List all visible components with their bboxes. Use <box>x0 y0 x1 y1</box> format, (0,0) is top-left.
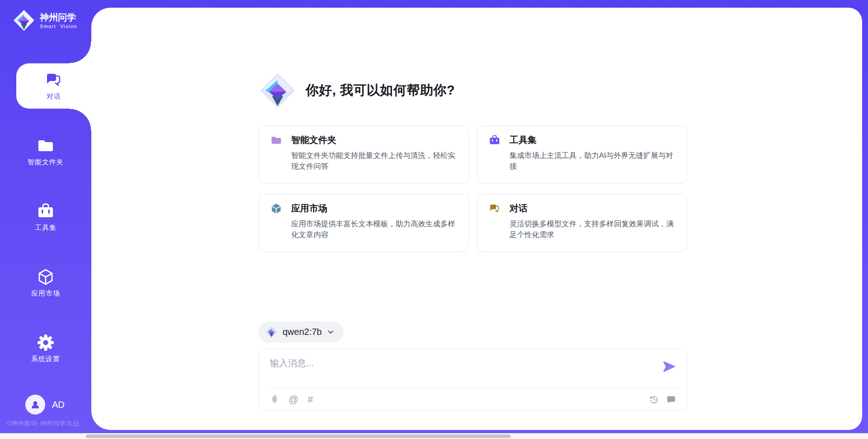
sidebar-item-label: 对话 <box>47 92 61 101</box>
user-initials: AD <box>52 400 65 410</box>
card-head: 应用市场 <box>270 202 458 215</box>
mention-button[interactable]: @ <box>288 395 298 404</box>
feature-card-app-market[interactable]: 应用市场 应用市场提供丰富长文本模板，助力高效生成多样化文章内容 <box>259 194 469 252</box>
briefcase-icon <box>37 202 55 220</box>
composer-toolbar: @ # <box>259 388 687 411</box>
feedback-button[interactable] <box>666 395 676 404</box>
avatar <box>25 395 45 415</box>
feature-cards: 智能文件夹 智能文件夹功能支持批量文件上传与清洗，轻松实现文件问答 工具集 集成… <box>259 126 687 252</box>
card-description: 智能文件夹功能支持批量文件上传与清洗，轻松实现文件问答 <box>291 150 459 172</box>
app-window: 你好, 我可以如何帮助你? 智能文件夹 智能文件夹功能支持批量文件上传与清洗，轻… <box>0 0 868 439</box>
history-button[interactable] <box>649 395 659 404</box>
card-description: 灵活切换多模型文件，支持多样回复效果调试，满足个性化需求 <box>509 218 678 240</box>
composer: @ # <box>259 348 687 411</box>
mention-icon: @ <box>288 395 298 404</box>
sidebar-item-label: 智能文件夹 <box>28 158 64 167</box>
card-description: 集成市场上主流工具，助力AI与外界无缝扩展与对接 <box>509 150 678 172</box>
composer-right-tools <box>649 395 676 404</box>
card-title: 应用市场 <box>291 202 327 215</box>
main-panel: 你好, 我可以如何帮助你? 智能文件夹 智能文件夹功能支持批量文件上传与清洗，轻… <box>91 8 862 430</box>
briefcase-icon <box>489 134 500 146</box>
feature-card-toolset[interactable]: 工具集 集成市场上主流工具，助力AI与外界无缝扩展与对接 <box>477 126 687 183</box>
diamond-logo-icon <box>259 72 297 110</box>
message-input[interactable] <box>269 356 655 382</box>
sidebar-item-label: 工具集 <box>35 224 57 232</box>
sidebar-item-settings[interactable]: 系统设置 <box>0 326 91 371</box>
diamond-logo-icon <box>265 326 278 338</box>
sidebar-item-label: 系统设置 <box>31 355 60 363</box>
sidebar-item-label: 应用市场 <box>31 289 60 298</box>
history-icon <box>649 395 659 404</box>
sidebar-item-smart-folder[interactable]: 智能文件夹 <box>0 129 91 174</box>
chevron-down-icon <box>327 328 335 336</box>
card-description: 应用市场提供丰富长文本模板，助力高效生成多样化文章内容 <box>291 218 459 240</box>
feature-card-smart-folder[interactable]: 智能文件夹 智能文件夹功能支持批量文件上传与清洗，轻松实现文件问答 <box>259 126 469 183</box>
horizontal-scrollbar[interactable] <box>0 433 868 439</box>
card-title: 工具集 <box>509 134 537 146</box>
hashtag-button[interactable]: # <box>307 395 313 404</box>
sidebar-nav: 对话 智能文件夹 工具集 <box>0 63 91 391</box>
brand-text: 神州问学 Smart Vision <box>40 12 77 29</box>
folder-icon <box>37 137 55 155</box>
card-head: 对话 <box>489 202 676 215</box>
sidebar: 神州问学 Smart Vision 对话 智能文件夹 <box>0 0 91 434</box>
person-icon <box>29 399 41 410</box>
chat-bubble-icon <box>666 395 676 404</box>
send-button[interactable] <box>662 360 676 373</box>
brand-name: 神州问学 <box>40 12 77 23</box>
brand-subtitle: Smart Vision <box>40 24 77 29</box>
sidebar-item-chat[interactable]: 对话 <box>16 63 91 109</box>
card-head: 智能文件夹 <box>270 134 458 146</box>
cube-icon <box>37 268 55 286</box>
paperclip-icon <box>270 395 279 404</box>
composer-left-tools: @ # <box>270 395 313 404</box>
card-title: 智能文件夹 <box>291 134 336 146</box>
sidebar-item-toolset[interactable]: 工具集 <box>0 195 91 240</box>
card-head: 工具集 <box>489 134 676 146</box>
gear-icon <box>37 334 55 352</box>
send-icon <box>662 360 676 373</box>
chat-icon <box>45 71 63 89</box>
sidebar-item-app-market[interactable]: 应用市场 <box>0 260 91 305</box>
feature-card-chat[interactable]: 对话 灵活切换多模型文件，支持多样回复效果调试，满足个性化需求 <box>477 194 687 252</box>
scrollbar-thumb[interactable] <box>86 434 511 438</box>
hashtag-icon: # <box>307 395 313 404</box>
user-profile[interactable]: AD <box>25 395 65 415</box>
folder-icon <box>270 134 282 146</box>
page-title: 你好, 我可以如何帮助你? <box>306 81 455 100</box>
model-name: qwen2:7b <box>283 327 322 337</box>
card-title: 对话 <box>509 202 528 215</box>
brand: 神州问学 Smart Vision <box>13 9 77 32</box>
greeting-row: 你好, 我可以如何帮助你? <box>259 72 455 110</box>
attach-button[interactable] <box>270 395 279 404</box>
diamond-logo-icon <box>13 9 35 32</box>
chat-icon <box>489 203 500 215</box>
model-selector[interactable]: qwen2:7b <box>259 321 344 343</box>
cube-icon <box>270 203 282 215</box>
copyright-text: ©神州数码·神州问学出品 <box>6 420 79 428</box>
